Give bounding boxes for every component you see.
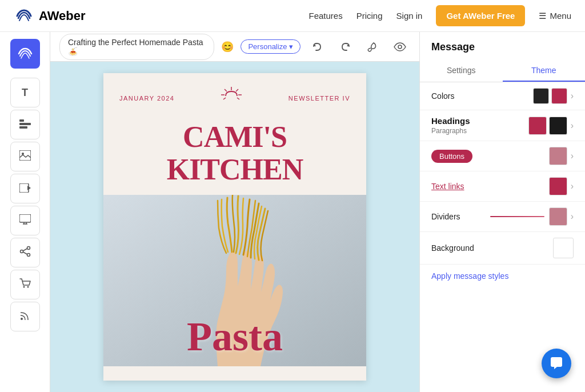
- text-links-chevron: ›: [571, 181, 574, 191]
- screen-icon: [19, 214, 31, 227]
- background-swatch: [553, 238, 574, 258]
- app-layout: T: [0, 32, 585, 392]
- svg-rect-5: [19, 150, 31, 161]
- sidebar-image-tool[interactable]: [10, 142, 40, 171]
- text-links-row[interactable]: Text links ›: [420, 171, 585, 202]
- navbar: AWeber Features Pricing Sign in Get AWeb…: [0, 0, 585, 32]
- chat-fab-button[interactable]: [542, 349, 571, 378]
- blocks-icon: [19, 118, 31, 131]
- panel-header: Message: [420, 32, 585, 60]
- newsletter-title: CAMI'S KITCHEN: [103, 121, 366, 195]
- editor-toolbar: Crafting the Perfect Homemade Pasta 🍝 😊 …: [50, 32, 419, 62]
- svg-point-10: [27, 246, 30, 249]
- get-aweber-free-button[interactable]: Get AWeber Free: [436, 5, 525, 26]
- colors-row[interactable]: Colors ›: [420, 82, 585, 110]
- svg-point-11: [20, 250, 23, 253]
- paint-button[interactable]: [362, 37, 383, 57]
- svg-rect-9: [19, 214, 31, 222]
- nav-signin[interactable]: Sign in: [396, 11, 423, 21]
- svg-line-23: [223, 98, 226, 99]
- redo-button[interactable]: [335, 37, 355, 57]
- logo-icon: [14, 6, 34, 26]
- svg-line-22: [237, 98, 239, 99]
- share-icon: [19, 246, 31, 260]
- buttons-badge[interactable]: Buttons: [431, 150, 472, 163]
- buttons-chevron: ›: [571, 151, 574, 161]
- colors-label: Colors: [431, 91, 533, 101]
- chat-icon: [549, 356, 564, 371]
- panel-tabs: Settings Theme: [420, 60, 585, 82]
- background-row[interactable]: Background: [420, 232, 585, 265]
- color-swatch-red: [551, 88, 567, 104]
- nav-pricing[interactable]: Pricing: [356, 11, 383, 21]
- svg-rect-3: [19, 123, 31, 125]
- pasta-label: Pasta: [187, 313, 283, 361]
- dividers-label: Dividers: [431, 212, 486, 221]
- background-label: Background: [431, 243, 553, 253]
- sidebar-share-tool[interactable]: [10, 238, 40, 267]
- editor-area: Crafting the Perfect Homemade Pasta 🍝 😊 …: [50, 32, 419, 392]
- newsletter-header: JANUARY 2024: [103, 73, 366, 121]
- text-links-color: [549, 177, 567, 195]
- redo-icon: [339, 41, 351, 53]
- svg-rect-2: [19, 119, 24, 122]
- right-panel: Message Settings Theme Colors › Headings…: [419, 32, 585, 392]
- color-swatch-dark: [533, 88, 549, 104]
- sun-icon: [218, 87, 245, 109]
- svg-marker-8: [27, 186, 31, 190]
- sidebar-logo-icon: [16, 45, 34, 63]
- meta-right: NEWSLETTER IV: [289, 95, 350, 102]
- newsletter-image: Pasta: [103, 195, 366, 366]
- undo-button[interactable]: [307, 37, 328, 57]
- dividers-row[interactable]: Dividers ›: [420, 202, 585, 232]
- tab-theme[interactable]: Theme: [503, 60, 586, 82]
- svg-rect-4: [19, 126, 27, 129]
- nav-features[interactable]: Features: [308, 11, 342, 21]
- newsletter-meta: JANUARY 2024: [119, 87, 350, 109]
- svg-point-16: [398, 45, 402, 49]
- dividers-chevron: ›: [571, 211, 574, 222]
- nav-links: Features Pricing Sign in Get AWeber Free…: [308, 5, 571, 26]
- panel-title: Message: [431, 41, 574, 53]
- buttons-row[interactable]: Buttons ›: [420, 141, 585, 171]
- sidebar-cart-tool[interactable]: [10, 270, 40, 299]
- sidebar-video-tool[interactable]: [10, 174, 40, 203]
- sidebar-logo: [10, 39, 40, 69]
- headings-label-group: Headings Paragraphs: [431, 116, 528, 135]
- tab-settings[interactable]: Settings: [420, 60, 503, 82]
- headings-swatches: [528, 117, 567, 135]
- sidebar-screen-tool[interactable]: [10, 206, 40, 235]
- emoji-button[interactable]: 😊: [221, 41, 234, 53]
- toolbar-actions: [307, 37, 410, 57]
- svg-point-15: [21, 318, 23, 320]
- headings-row[interactable]: Headings Paragraphs ›: [420, 110, 585, 141]
- canvas-area: JANUARY 2024: [50, 62, 419, 392]
- video-icon: [19, 182, 31, 195]
- colors-chevron: ›: [571, 91, 574, 101]
- svg-point-14: [27, 286, 29, 287]
- sidebar-block-tool[interactable]: [10, 110, 40, 139]
- sidebar-text-tool[interactable]: T: [10, 78, 40, 107]
- svg-line-18: [236, 89, 238, 91]
- divider-preview: [490, 216, 544, 217]
- svg-point-12: [27, 253, 30, 256]
- colors-swatches: [533, 88, 567, 104]
- logo-text: AWeber: [39, 9, 86, 23]
- headings-label: Headings: [431, 116, 528, 126]
- buttons-color: [549, 147, 567, 165]
- apply-message-styles-link[interactable]: Apply message styles: [420, 265, 585, 287]
- sidebar-rss-tool[interactable]: [10, 302, 40, 331]
- text-links-label[interactable]: Text links: [431, 182, 464, 191]
- logo[interactable]: AWeber: [14, 6, 86, 26]
- preview-button[interactable]: [390, 37, 410, 57]
- rss-icon: [20, 310, 30, 323]
- subject-text: Crafting the Perfect Homemade Pasta 🍝: [68, 38, 206, 56]
- personalize-button[interactable]: Personalize ▾: [241, 39, 300, 54]
- svg-line-20: [225, 89, 227, 91]
- preview-icon: [394, 42, 406, 51]
- subject-field[interactable]: Crafting the Perfect Homemade Pasta 🍝: [59, 34, 214, 60]
- hamburger-menu[interactable]: ☰ Menu: [539, 11, 571, 21]
- svg-rect-7: [19, 183, 29, 193]
- paragraphs-sublabel: Paragraphs: [431, 127, 528, 135]
- left-sidebar: T: [0, 32, 50, 392]
